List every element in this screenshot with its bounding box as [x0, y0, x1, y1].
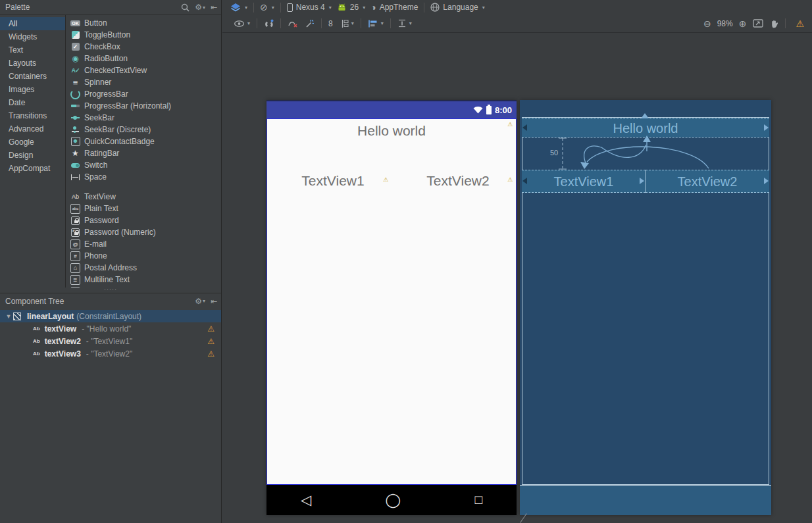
design-view[interactable]: 8:00 Hello world ⚠ TextView1 ⚠ TextView2…	[266, 100, 517, 515]
guidelines-button[interactable]: ▾	[336, 19, 357, 28]
palette-item-partial[interactable]	[70, 286, 221, 287]
chevron-down-icon: ▾	[247, 20, 250, 26]
warning-icon[interactable]: ⚠	[383, 176, 388, 183]
palette-category-all[interactable]: All	[0, 17, 65, 30]
palette-item-password-numeric[interactable]: #Password (Numeric)	[70, 226, 221, 238]
warning-icon[interactable]: ⚠	[507, 121, 513, 128]
design-toolbar: ▾ ⊘ ▾ Nexus 4 ▾ 26 ▾ ◑ AppTheme Language…	[222, 0, 812, 14]
gear-icon[interactable]: ⚙▾	[195, 3, 205, 12]
zoom-out-button[interactable]: ⊖	[700, 18, 715, 29]
palette-item-password[interactable]: Password	[70, 214, 221, 226]
palette-item-ratingbar[interactable]: RatingBar	[70, 147, 221, 159]
spinner-icon	[70, 78, 80, 87]
design-canvas[interactable]: Hello world ⚠ TextView1 ⚠ TextView2 ⚠	[266, 118, 517, 485]
design-mode-selector[interactable]: ▾	[228, 3, 250, 12]
palette-category-layouts[interactable]: Layouts	[0, 57, 65, 70]
view-options-button[interactable]: ▾	[230, 20, 253, 28]
warning-icon[interactable]: ⚠	[207, 337, 215, 346]
blueprint-view[interactable]: Hello world TextView1 TextView2 50	[520, 100, 771, 515]
orientation-selector[interactable]: ⊘ ▾	[257, 2, 277, 12]
orientation-icon: ⊘	[260, 2, 268, 12]
button-icon	[70, 18, 80, 28]
palette-item-progressbar-horizontal[interactable]: ProgressBar (Horizontal)	[70, 100, 221, 112]
palette-item-seekbar-discrete[interactable]: SeekBar (Discrete)	[70, 124, 221, 136]
ratingbar-icon	[70, 149, 80, 158]
tree-row-textview3[interactable]: Ab textView3 - "TextView2" ⚠	[0, 347, 221, 360]
palette-item-radiobutton[interactable]: RadioButton	[70, 53, 221, 64]
warning-icon[interactable]: ⚠	[507, 176, 513, 183]
constraint-overlay	[520, 100, 771, 515]
chevron-down-icon: ▾	[272, 5, 274, 11]
api-version-selector[interactable]: 26 ▾	[334, 3, 368, 12]
textview-icon	[70, 192, 80, 201]
theme-selector[interactable]: ◑ AppTheme	[368, 2, 420, 12]
design-textview2[interactable]: TextView2	[409, 173, 507, 189]
palette-category-transitions[interactable]: Transitions	[0, 109, 65, 122]
palette-category-text[interactable]: Text	[0, 43, 65, 57]
device-selector[interactable]: Nexus 4 ▾	[284, 3, 334, 12]
zoom-to-fit-button[interactable]	[749, 19, 767, 28]
design-textview-hello[interactable]: Hello world	[267, 123, 516, 139]
phone-device-icon	[287, 3, 293, 12]
palette-category-advanced[interactable]: Advanced	[0, 122, 65, 136]
palette-category-appcompat[interactable]: AppCompat	[0, 162, 65, 175]
palette-item-checkedtextview[interactable]: CheckedTextView	[70, 64, 221, 76]
palette-item-checkbox[interactable]: CheckBox	[70, 41, 221, 53]
palette-item-togglebutton[interactable]: ToggleButton	[70, 29, 221, 41]
home-button-icon[interactable]: ◯	[386, 492, 401, 508]
switch-icon	[70, 161, 80, 170]
palette-panel: Palette ⚙▾ ⇤ All Widgets Text Layouts Co…	[0, 0, 222, 523]
palette-category-google[interactable]: Google	[0, 136, 65, 149]
palette-item-space[interactable]: Space	[70, 171, 221, 183]
recents-button-icon[interactable]: □	[475, 493, 482, 507]
tree-row-constraintlayout[interactable]: ▼ linearLayout (ConstraintLayout)	[0, 310, 221, 322]
language-selector[interactable]: Language ▾	[428, 3, 487, 12]
default-margin-button[interactable]: 8	[325, 19, 336, 28]
palette-category-design[interactable]: Design	[0, 149, 65, 162]
search-icon[interactable]	[181, 3, 190, 12]
clear-constraints-button[interactable]	[284, 19, 301, 28]
tree-expand-icon[interactable]: ▼	[4, 313, 13, 320]
palette-item-textview[interactable]: TextView	[70, 191, 221, 203]
palette-item-seekbar[interactable]: SeekBar	[70, 112, 221, 124]
clear-constraints-icon	[288, 19, 298, 28]
collapse-panel-icon[interactable]: ⇤	[211, 3, 217, 12]
lint-warnings-button[interactable]: ⚠	[796, 18, 804, 29]
warning-icon[interactable]: ⚠	[207, 349, 215, 359]
palette-item-quickcontactbadge[interactable]: QuickContactBadge	[70, 136, 221, 147]
back-button-icon[interactable]: ◁	[301, 492, 311, 508]
pack-button[interactable]: ▾	[394, 19, 415, 28]
pan-button[interactable]	[767, 19, 782, 28]
palette-category-containers[interactable]: Containers	[0, 70, 65, 83]
magnet-icon	[264, 19, 274, 28]
palette-header: Palette ⚙▾ ⇤	[0, 0, 221, 14]
textview-icon: Ab	[33, 351, 40, 357]
align-button[interactable]: ▾	[365, 20, 387, 28]
fit-screen-icon	[753, 19, 763, 28]
globe-icon	[430, 3, 440, 12]
palette-item-switch[interactable]: Switch	[70, 159, 221, 171]
palette-item-button[interactable]: Button	[70, 17, 221, 29]
palette-resize-handle[interactable]: ·····	[0, 287, 221, 293]
palette-category-images[interactable]: Images	[0, 83, 65, 96]
zoom-in-button[interactable]: ⊕	[736, 18, 750, 29]
infer-constraints-button[interactable]	[301, 19, 318, 28]
tree-row-textview[interactable]: Ab textView - "Hello world" ⚠	[0, 322, 221, 335]
space-icon	[70, 172, 80, 182]
palette-item-postal-address[interactable]: Postal Address	[70, 262, 221, 274]
palette-category-date[interactable]: Date	[0, 96, 65, 109]
palette-category-widgets[interactable]: Widgets	[0, 30, 65, 43]
palette-item-spinner[interactable]: Spinner	[70, 76, 221, 88]
palette-item-multiline-text[interactable]: Multiline Text	[70, 274, 221, 286]
warning-icon[interactable]: ⚠	[207, 324, 215, 334]
collapse-panel-icon[interactable]: ⇤	[211, 297, 217, 306]
palette-item-email[interactable]: E-mail	[70, 238, 221, 250]
autoconnect-button[interactable]	[261, 19, 277, 28]
component-tree-title: Component Tree	[5, 297, 64, 306]
palette-item-plain-text[interactable]: Plain Text	[70, 203, 221, 214]
palette-item-progressbar[interactable]: ProgressBar	[70, 88, 221, 100]
palette-item-phone[interactable]: Phone	[70, 250, 221, 262]
design-textview1[interactable]: TextView1	[284, 173, 382, 189]
gear-icon[interactable]: ⚙▾	[195, 297, 205, 306]
tree-row-textview2[interactable]: Ab textView2 - "TextView1" ⚠	[0, 335, 221, 347]
